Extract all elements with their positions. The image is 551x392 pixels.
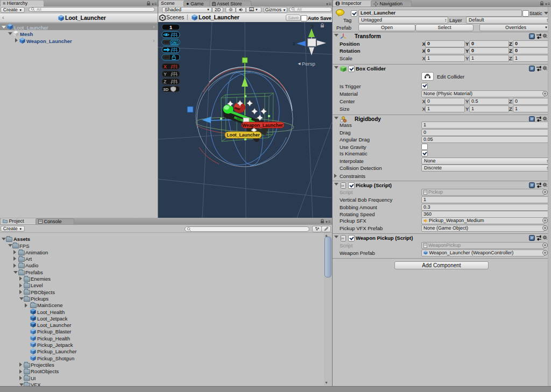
svg-text:Z: Z [164, 79, 166, 84]
svg-text:Persp: Persp [302, 61, 315, 67]
svg-text:Loot_Launcher: Loot_Launcher [227, 132, 260, 138]
svg-text:cs: cs [342, 184, 345, 187]
svg-text:z: z [293, 41, 295, 46]
svg-text:Y: Y [164, 72, 167, 77]
svg-text:3D: 3D [163, 87, 168, 92]
svg-text:◄: ◄ [297, 61, 301, 66]
svg-text:cs: cs [342, 237, 345, 240]
svg-text:1: 1 [169, 25, 172, 30]
svg-text:Weapon_Launcher: Weapon_Launcher [242, 123, 284, 128]
svg-text:y: y [311, 23, 314, 28]
svg-text:X: X [164, 64, 167, 69]
svg-text:ON: ON [172, 41, 177, 45]
